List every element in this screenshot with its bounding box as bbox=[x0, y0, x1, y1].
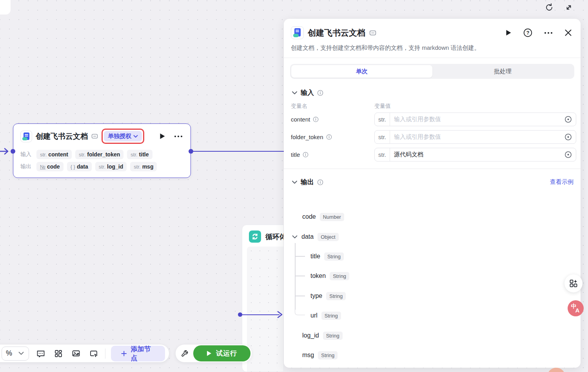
chevron-down-icon bbox=[133, 135, 138, 138]
help-icon[interactable]: ? bbox=[523, 28, 532, 37]
output-item-code: code Number bbox=[302, 211, 344, 222]
chevron-down-icon bbox=[18, 352, 24, 355]
output-item-token: token String bbox=[310, 270, 349, 281]
wrench-icon[interactable] bbox=[180, 349, 189, 358]
feishu-doc-icon bbox=[20, 131, 32, 142]
select-frame-icon[interactable] bbox=[87, 347, 100, 360]
view-example-link[interactable]: 查看示例 bbox=[550, 178, 573, 186]
tree-connector bbox=[295, 296, 305, 296]
panel-title: 创建飞书云文档 bbox=[308, 27, 365, 38]
panel-run-icon[interactable] bbox=[506, 29, 512, 36]
layout-grid-icon[interactable] bbox=[52, 347, 64, 360]
info-icon[interactable] bbox=[313, 116, 319, 122]
zoom-level-dropdown[interactable]: % bbox=[2, 347, 29, 361]
tree-connector bbox=[295, 310, 305, 315]
column-variable-name: 变量名 bbox=[291, 103, 374, 110]
loop-body-canvas[interactable] bbox=[247, 247, 283, 372]
plus-icon bbox=[121, 350, 127, 357]
tree-connector bbox=[295, 276, 305, 276]
node-param-pill: { }data bbox=[67, 162, 92, 171]
title-value-field[interactable]: str. 源代码文档 bbox=[374, 148, 576, 162]
panel-corner-fragment bbox=[0, 0, 11, 15]
tree-connector bbox=[295, 256, 305, 257]
type-badge: Object bbox=[318, 233, 339, 241]
column-variable-value: 变量值 bbox=[374, 103, 391, 110]
translate-button[interactable]: 中 A bbox=[568, 300, 584, 316]
info-icon[interactable] bbox=[303, 152, 309, 158]
zoom-level-value: % bbox=[6, 349, 12, 357]
type-badge: Number bbox=[320, 213, 344, 221]
widgets-float-button[interactable] bbox=[564, 274, 583, 292]
input-row-folder-token: folder_token str. 输入或引用参数值 bbox=[284, 128, 581, 146]
close-icon[interactable] bbox=[564, 29, 572, 36]
node-more-icon[interactable] bbox=[174, 135, 183, 138]
auth-dropdown-label: 单独授权 bbox=[108, 132, 131, 140]
type-badge: String bbox=[326, 292, 346, 300]
param-name: title bbox=[291, 151, 300, 158]
field-placeholder[interactable]: 输入或引用参数值 bbox=[390, 133, 561, 141]
info-icon[interactable] bbox=[326, 134, 332, 140]
panel-more-icon[interactable] bbox=[544, 32, 553, 34]
svg-text:?: ? bbox=[526, 30, 530, 36]
auth-dropdown[interactable]: 单独授权 bbox=[104, 131, 142, 142]
type-tag[interactable]: str. bbox=[375, 148, 390, 161]
type-badge: String bbox=[323, 332, 343, 340]
tab-single[interactable]: 单次 bbox=[291, 65, 432, 78]
comment-tool-icon[interactable] bbox=[34, 347, 47, 360]
canvas-toolbar: % 添加节点 bbox=[0, 345, 169, 362]
add-node-button[interactable]: 添加节点 bbox=[111, 346, 165, 361]
type-tag[interactable]: str. bbox=[375, 113, 390, 126]
field-placeholder[interactable]: 输入或引用参数值 bbox=[390, 116, 561, 123]
type-badge: String bbox=[321, 312, 341, 320]
translate-icon: A bbox=[575, 307, 580, 314]
run-toolbar: 试运行 bbox=[176, 345, 252, 362]
export-image-icon[interactable] bbox=[70, 347, 82, 360]
link-icon[interactable] bbox=[91, 133, 98, 140]
node-title: 创建飞书云文档 bbox=[36, 131, 88, 142]
node-input-port[interactable] bbox=[11, 149, 15, 154]
node-input-row-label: 输入 bbox=[20, 151, 33, 158]
type-tag[interactable]: str. bbox=[375, 131, 390, 143]
test-run-button[interactable]: 试运行 bbox=[193, 345, 250, 361]
loop-node-title: 循环体 bbox=[265, 232, 284, 241]
tab-batch[interactable]: 批处理 bbox=[432, 65, 573, 78]
field-value[interactable]: 源代码文档 bbox=[390, 151, 561, 158]
content-value-field[interactable]: str. 输入或引用参数值 bbox=[374, 113, 576, 126]
link-icon[interactable] bbox=[369, 29, 376, 36]
node-output-row-label: 输出 bbox=[20, 163, 33, 170]
output-section-title: 输出 bbox=[301, 178, 314, 187]
input-row-content: content str. 输入或引用参数值 bbox=[284, 111, 581, 128]
reference-picker-icon[interactable] bbox=[561, 151, 576, 158]
node-config-panel: 创建飞书云文档 ? 创建文档，支持创建空文档和带内容的文档，支持 markdow… bbox=[284, 19, 581, 368]
output-item-data[interactable]: data Object bbox=[292, 231, 339, 242]
info-icon bbox=[317, 90, 323, 96]
input-section-title: 输入 bbox=[301, 88, 314, 97]
node-param-pill: str.log_id bbox=[95, 162, 127, 171]
node-run-icon[interactable] bbox=[160, 133, 165, 140]
param-name: folder_token bbox=[291, 134, 323, 140]
workflow-canvas[interactable]: 创建飞书云文档 单独授权 输入 str.content str.folder_t… bbox=[0, 0, 588, 372]
expand-icon[interactable] bbox=[564, 2, 574, 13]
type-badge: String bbox=[324, 252, 344, 261]
node-param-pill: str.folder_token bbox=[75, 150, 123, 159]
type-badge: String bbox=[318, 351, 338, 359]
input-row-title: title str. 源代码文档 bbox=[284, 146, 581, 163]
add-node-label: 添加节点 bbox=[131, 345, 155, 363]
node-create-feishu-doc[interactable]: 创建飞书云文档 单独授权 输入 str.content str.folder_t… bbox=[13, 123, 191, 178]
collapse-chevron-icon[interactable] bbox=[292, 180, 298, 184]
output-item-log-id: log_id String bbox=[302, 330, 343, 341]
node-param-pill: str.msg bbox=[130, 162, 157, 171]
folder-token-value-field[interactable]: str. 输入或引用参数值 bbox=[374, 130, 576, 144]
refresh-icon[interactable] bbox=[544, 2, 554, 13]
output-item-type: type String bbox=[310, 290, 346, 301]
divider bbox=[284, 58, 581, 58]
info-icon bbox=[317, 179, 323, 185]
edge-node-out bbox=[192, 151, 284, 152]
loop-icon bbox=[249, 230, 261, 243]
reference-picker-icon[interactable] bbox=[561, 116, 576, 123]
collapse-chevron-icon[interactable] bbox=[292, 91, 298, 95]
collapse-chevron-icon[interactable] bbox=[292, 235, 298, 239]
incoming-edge-arrow bbox=[0, 147, 12, 156]
reference-picker-icon[interactable] bbox=[561, 133, 576, 141]
assistant-avatar[interactable] bbox=[547, 368, 565, 372]
